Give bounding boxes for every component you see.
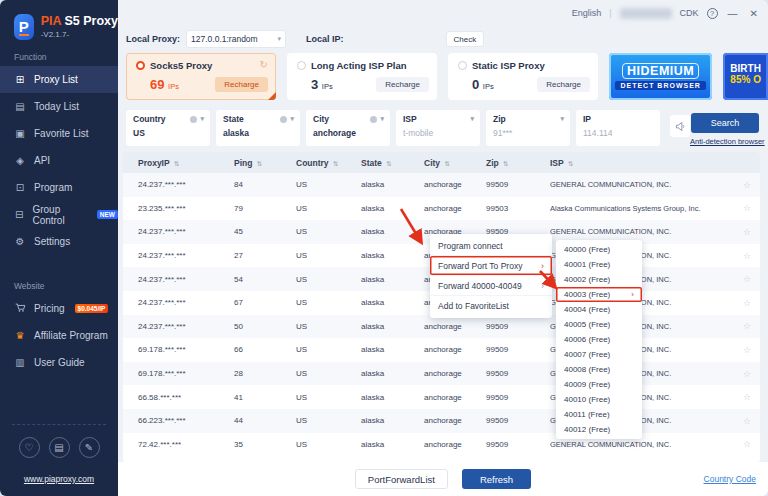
favorite-star-icon[interactable]: ☆ — [734, 251, 760, 261]
cdk-button[interactable]: CDK — [680, 8, 699, 18]
filter-state[interactable]: State▾alaska — [216, 110, 300, 146]
country-code-link[interactable]: Country Code — [704, 474, 756, 484]
sort-icon[interactable]: ⇅ — [333, 160, 338, 167]
port-option-40001-free[interactable]: 40001 (Free) — [556, 257, 642, 272]
table-row[interactable]: 66.58.***.***41USalaskaanchorage99509GEN… — [123, 385, 760, 409]
plan-radio[interactable] — [458, 61, 467, 70]
menu-item-add-to-favoritelist[interactable]: Add to FavoriteList — [430, 296, 552, 316]
sidebar-item-settings[interactable]: ⚙Settings — [0, 228, 118, 255]
port-option-40005-free[interactable]: 40005 (Free) — [556, 317, 642, 332]
plan-card-static-isp-proxy[interactable]: Static ISP Proxy0 IPsRecharge — [448, 53, 598, 100]
sort-icon[interactable]: ⇅ — [444, 160, 449, 167]
column-header-isp[interactable]: ISP ⇅ — [550, 158, 734, 168]
favorite-star-icon[interactable]: ☆ — [734, 369, 760, 379]
port-option-40010-free[interactable]: 40010 (Free) — [556, 392, 642, 407]
sidebar-item-user-guide[interactable]: ▥User Guide — [0, 349, 118, 376]
table-row[interactable]: 72.42.***.***35USalaskaanchorage99509GEN… — [123, 433, 760, 457]
port-option-40009-free[interactable]: 40009 (Free) — [556, 377, 642, 392]
local-proxy-select[interactable]: 127.0.0.1:random ▾ — [186, 30, 286, 48]
favorite-star-icon[interactable]: ☆ — [734, 321, 760, 331]
chevron-down-icon[interactable]: ▾ — [290, 115, 294, 123]
sidebar-item-program[interactable]: ⊡Program — [0, 174, 118, 201]
column-header-state[interactable]: State ⇅ — [361, 158, 424, 168]
favorite-star-icon[interactable]: ☆ — [734, 180, 760, 190]
chevron-down-icon[interactable]: ▾ — [380, 115, 384, 123]
sidebar-item-api[interactable]: ◈API — [0, 147, 118, 174]
sidebar-item-favorite-list[interactable]: ▣Favorite List — [0, 120, 118, 147]
sort-icon[interactable]: ⇅ — [568, 160, 573, 167]
filter-isp[interactable]: ISP▾t-mobile — [396, 110, 480, 146]
sidebar-item-today-list[interactable]: ▤Today List — [0, 93, 118, 120]
filter-country[interactable]: Country▾US — [126, 110, 210, 146]
port-option-40011-free[interactable]: 40011 (Free) — [556, 407, 642, 422]
port-option-40002-free[interactable]: 40002 (Free) — [556, 272, 642, 287]
hidemium-banner[interactable]: HIDEMIUM DETECT BROWSER — [609, 53, 712, 100]
menu-item-forward-port-to-proxy[interactable]: Forward Port To Proxy› — [430, 256, 552, 276]
filter-city[interactable]: City▾anchorage — [306, 110, 390, 146]
plan-card-long-acting-isp-plan[interactable]: Long Acting ISP Plan3 IPsRecharge — [287, 53, 437, 100]
announcement-horn-icon[interactable] — [670, 115, 690, 137]
port-option-40012-free[interactable]: 40012 (Free) — [556, 422, 642, 437]
recharge-button[interactable]: Recharge — [537, 77, 590, 92]
check-button[interactable]: Check — [446, 31, 485, 47]
recharge-button[interactable]: Recharge — [215, 77, 268, 92]
close-button[interactable]: ✕ — [748, 8, 760, 19]
sort-icon[interactable]: ⇅ — [503, 160, 508, 167]
favorite-star-icon[interactable]: ☆ — [734, 298, 760, 308]
favorite-star-icon[interactable]: ☆ — [734, 274, 760, 284]
table-row[interactable]: 24.237.***.***84USalaskaanchorage99509GE… — [123, 173, 760, 197]
plan-card-socks5-proxy[interactable]: Socks5 Proxy↻69 IPsRecharge — [126, 53, 276, 100]
sort-icon[interactable]: ⇅ — [174, 160, 179, 167]
column-header-proxyip[interactable]: ProxyIP ⇅ — [138, 158, 234, 168]
anti-detection-browser-link[interactable]: Anti-detection browser — [690, 137, 760, 146]
sort-icon[interactable]: ⇅ — [257, 160, 262, 167]
column-header-zip[interactable]: Zip ⇅ — [486, 158, 550, 168]
port-option-40007-free[interactable]: 40007 (Free) — [556, 347, 642, 362]
clear-icon[interactable] — [370, 116, 377, 123]
heart-service-icon[interactable]: ♡ — [19, 437, 40, 458]
plan-radio[interactable] — [297, 61, 306, 70]
recharge-button[interactable]: Recharge — [376, 77, 429, 92]
help-icon[interactable]: ? — [707, 8, 718, 19]
language-selector[interactable]: English — [572, 8, 602, 18]
table-row[interactable]: 69.178.***.***28USalaskaanchorage99509GE… — [123, 362, 760, 386]
chevron-down-icon[interactable]: ▾ — [200, 115, 204, 123]
refresh-button[interactable]: Refresh — [462, 469, 531, 489]
sidebar-item-proxy-list[interactable]: ⊞Proxy List — [0, 66, 118, 93]
favorite-star-icon[interactable]: ☆ — [734, 227, 760, 237]
column-header-ping[interactable]: Ping ⇅ — [234, 158, 296, 168]
table-row[interactable]: 23.235.***.***79USalaskaanchorage99503Al… — [123, 197, 760, 221]
menu-item-forward-40000-40049[interactable]: Forward 40000-40049› — [430, 276, 552, 296]
contact-pen-icon[interactable]: ✎ — [79, 437, 100, 458]
refresh-icon[interactable]: ↻ — [260, 59, 268, 70]
favorite-star-icon[interactable]: ☆ — [734, 345, 760, 355]
favorite-star-icon[interactable]: ☆ — [734, 439, 760, 449]
sort-icon[interactable]: ⇅ — [386, 160, 391, 167]
sidebar-item-affiliate-program[interactable]: ♛Affiliate Program — [0, 322, 118, 349]
port-option-40003-free[interactable]: 40003 (Free)› — [556, 287, 642, 302]
birthday-sale-banner[interactable]: BIRTH 85% O — [723, 53, 768, 100]
feedback-doc-icon[interactable]: ▤ — [49, 437, 70, 458]
port-forward-list-button[interactable]: PortForwardList — [355, 469, 448, 489]
table-row[interactable]: 69.178.***.***66USalaskaanchorage99509GE… — [123, 338, 760, 362]
favorite-star-icon[interactable]: ☆ — [734, 416, 760, 426]
filter-zip[interactable]: Zip▾91*** — [486, 110, 570, 146]
column-header-country[interactable]: Country ⇅ — [296, 158, 361, 168]
port-option-40006-free[interactable]: 40006 (Free) — [556, 332, 642, 347]
clear-icon[interactable] — [280, 116, 287, 123]
port-option-40004-free[interactable]: 40004 (Free) — [556, 302, 642, 317]
table-row[interactable]: 24.237.***.***50USalaskaanchorage99509GE… — [123, 315, 760, 339]
sidebar-item-group-control[interactable]: ⊟Group ControlNEW — [0, 201, 118, 228]
chevron-down-icon[interactable]: ▾ — [560, 115, 564, 123]
column-header-city[interactable]: City ⇅ — [424, 158, 486, 168]
plan-radio[interactable] — [136, 61, 145, 70]
website-link[interactable]: www.piaproxy.com — [24, 474, 94, 484]
port-option-40000-free[interactable]: 40000 (Free) — [556, 242, 642, 257]
sidebar-item-pricing[interactable]: Pricing$0.045/IP — [0, 295, 118, 322]
filter-ip[interactable]: IP114.114 — [576, 110, 660, 146]
menu-item-program-connect[interactable]: Program connect — [430, 236, 552, 256]
minimize-button[interactable]: — — [726, 8, 740, 19]
favorite-star-icon[interactable]: ☆ — [734, 203, 760, 213]
search-button[interactable]: Search — [691, 113, 759, 133]
chevron-down-icon[interactable]: ▾ — [470, 115, 474, 123]
